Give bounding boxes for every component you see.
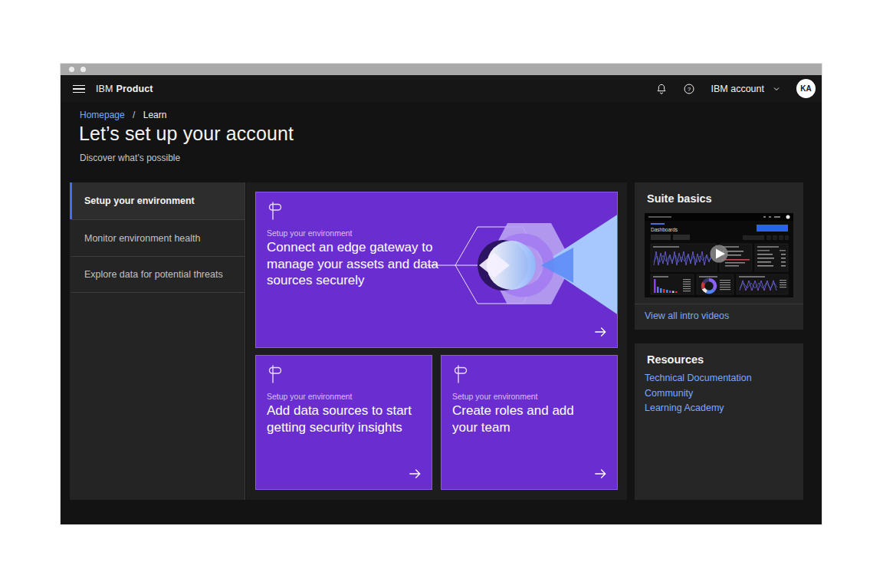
bell-icon xyxy=(655,83,668,95)
cards-area: Setup your environment Connect an edge g… xyxy=(246,182,627,500)
app-header: IBM Product ? IBM account xyxy=(61,75,822,102)
app-title: IBM Product xyxy=(96,75,153,102)
card-heading: Create roles and add your team xyxy=(452,402,602,435)
right-rail: Suite basics Dashboards xyxy=(635,182,803,500)
account-dropdown[interactable]: IBM account xyxy=(705,84,787,94)
card-create-roles[interactable]: Setup your environment Create roles and … xyxy=(441,355,618,490)
app-window: IBM Product ? IBM account xyxy=(61,64,822,524)
tab-explore-data-threats[interactable]: Explore data for potential threats xyxy=(70,256,245,293)
card-add-data-sources[interactable]: Setup your environment Add data sources … xyxy=(255,355,432,490)
breadcrumb: Homepage / Learn xyxy=(80,110,166,120)
card-heading: Connect an edge gateway to manage your a… xyxy=(267,239,439,289)
learn-panel: Setup your environment Monitor environme… xyxy=(70,182,627,500)
breadcrumb-separator: / xyxy=(133,110,135,120)
suite-basics-card: Suite basics Dashboards xyxy=(635,182,803,330)
notifications-button[interactable] xyxy=(650,77,673,100)
page-title: Let’s set up your account xyxy=(79,123,294,145)
help-icon: ? xyxy=(683,83,695,95)
suite-basics-title: Suite basics xyxy=(647,192,712,205)
window-control-icon[interactable] xyxy=(80,67,86,72)
arrow-right-icon[interactable] xyxy=(592,466,608,481)
resources-title: Resources xyxy=(647,353,704,366)
tab-monitor-environment-health[interactable]: Monitor environment health xyxy=(70,219,245,256)
view-all-intro-videos-link[interactable]: View all intro videos xyxy=(645,310,729,321)
breadcrumb-current: Learn xyxy=(143,110,167,120)
avatar[interactable]: KA xyxy=(796,79,816,98)
menu-icon[interactable] xyxy=(68,81,90,97)
page-subtitle: Discover what’s possible xyxy=(80,153,180,163)
link-learning-academy[interactable]: Learning Academy xyxy=(645,401,752,416)
dashboard-preview-illustration: Dashboards xyxy=(645,213,793,297)
divider xyxy=(635,304,803,304)
browser-titlebar xyxy=(61,64,822,75)
svg-text:Dashboards: Dashboards xyxy=(651,227,678,232)
vertical-tabs: Setup your environment Monitor environme… xyxy=(70,182,245,500)
account-label: IBM account xyxy=(711,84,764,94)
milepost-icon xyxy=(267,364,284,384)
card-eyebrow: Setup your environment xyxy=(267,392,352,401)
link-technical-documentation[interactable]: Technical Documentation xyxy=(645,371,752,386)
breadcrumb-link-homepage[interactable]: Homepage xyxy=(80,110,125,120)
help-button[interactable]: ? xyxy=(678,77,701,100)
milepost-icon xyxy=(267,201,284,221)
card-heading: Add data sources to start getting securi… xyxy=(267,402,416,435)
app-title-prefix: IBM xyxy=(96,84,113,94)
app-title-name: Product xyxy=(117,84,153,94)
resources-card: Resources Technical Documentation Commun… xyxy=(635,343,803,500)
arrow-right-icon[interactable] xyxy=(592,324,608,340)
svg-text:?: ? xyxy=(687,85,690,92)
card-eyebrow: Setup your environment xyxy=(267,228,352,238)
card-connect-edge-gateway[interactable]: Setup your environment Connect an edge g… xyxy=(255,192,618,348)
milepost-icon xyxy=(452,364,469,384)
link-community[interactable]: Community xyxy=(645,386,752,402)
intro-video-thumbnail[interactable]: Dashboards xyxy=(645,213,793,297)
card-eyebrow: Setup your environment xyxy=(452,392,537,401)
arrow-right-icon[interactable] xyxy=(407,466,422,481)
window-control-icon[interactable] xyxy=(69,67,74,72)
tab-setup-your-environment[interactable]: Setup your environment xyxy=(70,182,245,219)
chevron-down-icon xyxy=(772,84,781,94)
